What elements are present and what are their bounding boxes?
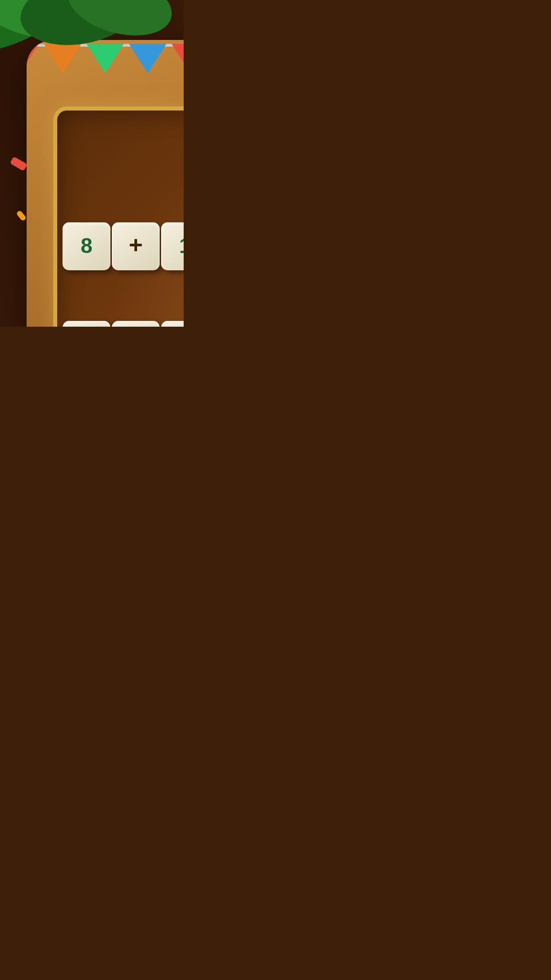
puzzle-tile-1-4: 18 [63, 320, 110, 327]
main-card: 21-8+1=9=18-6=1220--6+5=115==1+24=25 Mod… [27, 40, 184, 327]
puzzle-tile-2-2: + [112, 222, 160, 270]
top-leaves-decoration [0, 0, 184, 53]
puzzle-tile-2-4: - [112, 320, 160, 327]
puzzle-tile-3-4: 6 [161, 320, 184, 327]
puzzle-tile-3-2: 1 [161, 222, 184, 270]
puzzle-grid-area: 21-8+1=9=18-6=1220--6+5=115==1+24=25 [53, 107, 184, 327]
puzzle-tile-1-2: 8 [63, 222, 110, 270]
puzzle-grid: 21-8+1=9=18-6=1220--6+5=115==1+24=25 [63, 123, 184, 327]
puzzle-grid-container: 21-8+1=9=18-6=1220--6+5=115==1+24=25 [57, 111, 184, 327]
